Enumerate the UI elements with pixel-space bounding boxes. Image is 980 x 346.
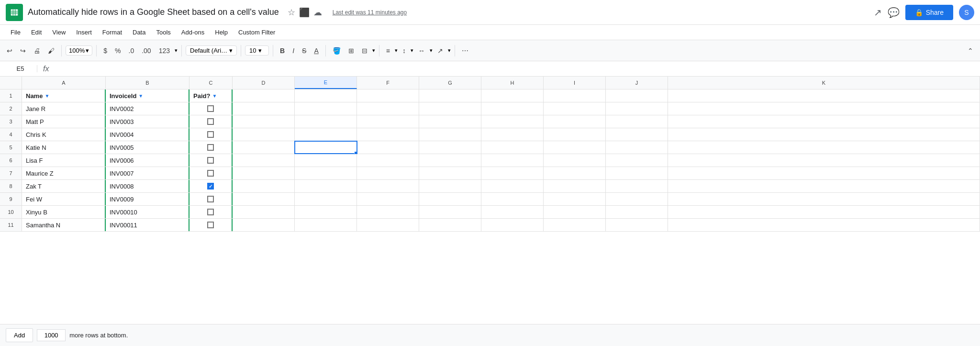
cell-h-4[interactable]	[481, 128, 544, 141]
cell-k-3[interactable]	[668, 115, 980, 128]
format-dollar-button[interactable]: $	[100, 45, 110, 56]
menu-insert[interactable]: Insert	[71, 27, 97, 38]
cell-invoiceid-9[interactable]: INV0009	[106, 193, 189, 205]
cell-g-2[interactable]	[419, 102, 481, 115]
cell-k-7[interactable]	[668, 167, 980, 179]
cell-paid-6[interactable]	[189, 154, 233, 167]
share-button[interactable]: 🔒 Share	[905, 5, 953, 20]
cell-h-7[interactable]	[481, 167, 544, 179]
cell-h-8[interactable]	[481, 180, 544, 192]
cell-name-9[interactable]: Fei W	[22, 193, 106, 205]
rotate-dropdown-icon[interactable]: ▾	[448, 47, 451, 54]
cell-j-5[interactable]	[606, 141, 668, 154]
cell-i-6[interactable]	[544, 154, 606, 167]
cell-f-7[interactable]	[357, 167, 419, 179]
cell-d-4[interactable]	[233, 128, 295, 141]
merge-button[interactable]: ⊟	[359, 45, 370, 56]
menu-addons[interactable]: Add-ons	[177, 27, 209, 38]
cell-i-8[interactable]	[544, 180, 606, 192]
cell-e-3[interactable]	[295, 115, 357, 128]
underline-button[interactable]: A	[311, 45, 321, 56]
header-invoiceid[interactable]: InvoiceId ▼	[106, 89, 189, 102]
cell-j-7[interactable]	[606, 167, 668, 179]
cell-d-10[interactable]	[233, 206, 295, 218]
cell-f-9[interactable]	[357, 193, 419, 205]
cell-f-6[interactable]	[357, 154, 419, 167]
cell-e-9[interactable]	[295, 193, 357, 205]
filter-icon-name[interactable]: ▼	[45, 93, 49, 99]
cell-g-8[interactable]	[419, 180, 481, 192]
align-button[interactable]: ≡	[383, 45, 393, 56]
format-dec2-button[interactable]: .00	[139, 45, 154, 56]
cell-f-4[interactable]	[357, 128, 419, 141]
cell-h-2[interactable]	[481, 102, 544, 115]
col-header-d[interactable]: D	[233, 77, 295, 89]
wrap-dropdown-icon[interactable]: ▾	[430, 47, 433, 54]
cell-k-10[interactable]	[668, 206, 980, 218]
zoom-selector[interactable]: 100% ▾	[66, 45, 92, 56]
cell-f-10[interactable]	[357, 206, 419, 218]
cell-paid-4[interactable]	[189, 128, 233, 141]
cell-name-8[interactable]: Zak T	[22, 180, 106, 192]
cell-g-5[interactable]	[419, 141, 481, 154]
format-dec1-button[interactable]: .0	[126, 45, 137, 56]
cell-invoiceid-5[interactable]: INV0005	[106, 141, 189, 154]
cell-i-4[interactable]	[544, 128, 606, 141]
cell-k-9[interactable]	[668, 193, 980, 205]
cell-k-2[interactable]	[668, 102, 980, 115]
cell-paid-2[interactable]	[189, 102, 233, 115]
cell-e-4[interactable]	[295, 128, 357, 141]
app-logo[interactable]	[6, 4, 23, 21]
col-header-c[interactable]: C	[189, 77, 233, 89]
cell-i-3[interactable]	[544, 115, 606, 128]
checkbox-5[interactable]	[207, 144, 214, 151]
cell-e-11[interactable]	[295, 219, 357, 231]
col-header-h[interactable]: H	[481, 77, 544, 89]
col-header-a[interactable]: A	[22, 77, 106, 89]
cell-j-3[interactable]	[606, 115, 668, 128]
wrap-button[interactable]: ↔	[415, 45, 428, 56]
menu-format[interactable]: Format	[98, 27, 127, 38]
more-options-button[interactable]: ⋯	[459, 45, 471, 56]
cell-name-2[interactable]: Jane R	[22, 102, 106, 115]
cell-j-10[interactable]	[606, 206, 668, 218]
cell-j-9[interactable]	[606, 193, 668, 205]
cell-f-5[interactable]	[357, 141, 419, 154]
valign-dropdown-icon[interactable]: ▾	[411, 47, 413, 54]
font-size-selector[interactable]: 10 ▾	[245, 45, 269, 56]
col-header-f[interactable]: F	[357, 77, 419, 89]
cell-d-3[interactable]	[233, 115, 295, 128]
cell-d-11[interactable]	[233, 219, 295, 231]
cell-name-10[interactable]: Xinyu B	[22, 206, 106, 218]
cell-i-7[interactable]	[544, 167, 606, 179]
cell-paid-5[interactable]	[189, 141, 233, 154]
cell-d-5[interactable]	[233, 141, 295, 154]
valign-button[interactable]: ↕	[400, 45, 409, 56]
cell-f-8[interactable]	[357, 180, 419, 192]
checkbox-2[interactable]	[207, 105, 214, 112]
cell-g-6[interactable]	[419, 154, 481, 167]
cell-name-5[interactable]: Katie N	[22, 141, 106, 154]
cell-invoiceid-3[interactable]: INV0003	[106, 115, 189, 128]
menu-edit[interactable]: Edit	[26, 27, 46, 38]
checkbox-3[interactable]	[207, 118, 214, 125]
cell-invoiceid-7[interactable]: INV0007	[106, 167, 189, 179]
col-header-b[interactable]: B	[106, 77, 189, 89]
star-icon[interactable]: ☆	[288, 7, 295, 18]
format-percent-button[interactable]: %	[112, 45, 123, 56]
format-123-dropdown[interactable]: ▾	[175, 47, 178, 54]
paint-format-button[interactable]: 🖌	[45, 45, 57, 56]
checkbox-7[interactable]	[207, 170, 214, 177]
checkbox-10[interactable]	[207, 209, 214, 215]
cell-invoiceid-8[interactable]: INV0008	[106, 180, 189, 192]
cell-invoiceid-11[interactable]: INV00011	[106, 219, 189, 231]
cell-j-8[interactable]	[606, 180, 668, 192]
cell-name-3[interactable]: Matt P	[22, 115, 106, 128]
cell-d-6[interactable]	[233, 154, 295, 167]
col-header-j[interactable]: J	[606, 77, 668, 89]
checkbox-9[interactable]	[207, 196, 214, 202]
document-title[interactable]: Automatically hide rows in a Google Shee…	[28, 7, 279, 17]
cell-e-10[interactable]	[295, 206, 357, 218]
col-header-g[interactable]: G	[419, 77, 481, 89]
formula-input[interactable]	[55, 65, 976, 72]
